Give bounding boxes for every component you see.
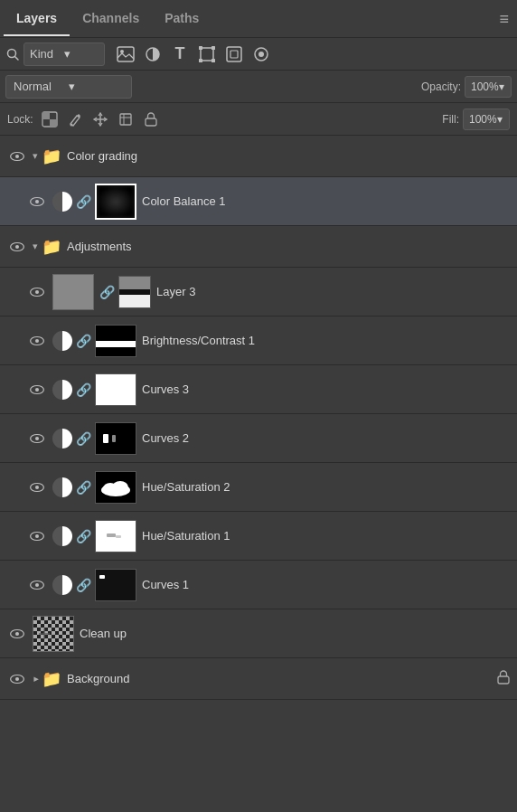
- layer-row-curves-1[interactable]: 🔗 Curves 1: [0, 561, 517, 609]
- svg-point-42: [35, 533, 39, 537]
- svg-rect-10: [227, 47, 241, 61]
- collapse-adjustments[interactable]: ▾: [33, 241, 38, 252]
- collapse-background[interactable]: ▾: [30, 676, 42, 682]
- layer-row-curves-2[interactable]: 🔗 Curves 2: [0, 414, 517, 463]
- svg-line-1: [15, 56, 19, 60]
- eye-icon-curves-3[interactable]: [27, 380, 47, 400]
- svg-rect-51: [498, 676, 509, 684]
- svg-point-25: [35, 199, 39, 203]
- svg-rect-5: [201, 48, 213, 61]
- tab-layers[interactable]: Layers: [4, 2, 70, 36]
- layer-name-hue-sat-1: Hue/Saturation 1: [142, 529, 510, 543]
- lock-pixels-button[interactable]: [64, 109, 86, 130]
- opacity-value: 100%: [471, 80, 499, 93]
- layer-group-background[interactable]: ▾ 📁 Background: [0, 658, 517, 700]
- layer-row-curves-3[interactable]: 🔗 Curves 3: [0, 365, 517, 414]
- fill-chevron: ▾: [497, 113, 503, 126]
- eye-icon-cleanup[interactable]: [7, 624, 27, 644]
- eye-icon-hue-sat-1[interactable]: [27, 526, 47, 546]
- eye-icon-hue-sat-2[interactable]: [27, 477, 47, 497]
- layer-name-background: Background: [67, 672, 497, 685]
- lock-icon-background: [497, 670, 510, 687]
- type-filter-icon[interactable]: T: [167, 42, 193, 67]
- eye-icon-color-grading[interactable]: [7, 146, 27, 166]
- layer-row-brightness-contrast-1[interactable]: 🔗 Brightness/Contrast 1: [0, 316, 517, 365]
- eye-icon-color-balance-1[interactable]: [27, 192, 47, 212]
- svg-rect-9: [212, 59, 215, 62]
- smart-filter-icon[interactable]: [221, 42, 247, 67]
- layer-name-curves-1: Curves 1: [142, 578, 510, 591]
- layer-name-color-balance-1: Color Balance 1: [142, 194, 510, 208]
- adjustment-filter-icon[interactable]: [140, 42, 165, 67]
- kind-label: Kind: [30, 47, 64, 61]
- blend-mode-label: Normal: [14, 80, 69, 93]
- chain-icon-hue-sat-2: 🔗: [76, 480, 91, 495]
- lock-position-button[interactable]: [89, 109, 111, 130]
- svg-rect-21: [146, 118, 156, 126]
- chain-icon-brightness-contrast-1: 🔗: [76, 334, 91, 348]
- svg-point-40: [112, 481, 128, 494]
- eye-icon-adjustments[interactable]: [7, 237, 27, 257]
- tab-channels[interactable]: Channels: [70, 2, 152, 36]
- image-filter-icon[interactable]: [113, 42, 138, 67]
- kind-chevron: ▾: [64, 47, 99, 61]
- svg-rect-15: [42, 112, 50, 119]
- kind-toolbar-row: Kind ▾ T: [0, 38, 517, 71]
- lock-transparent-button[interactable]: [39, 109, 61, 130]
- layer-group-color-grading[interactable]: ▾ 📁 Color grading: [0, 136, 517, 177]
- svg-rect-7: [212, 46, 215, 50]
- fill-label: Fill:: [442, 113, 459, 126]
- eye-icon-background[interactable]: [7, 669, 27, 689]
- layer-row-hue-sat-1[interactable]: 🔗 Hue/Saturation 1: [0, 512, 517, 561]
- mask-brightness-contrast-1: [95, 325, 136, 357]
- folder-icon-color-grading: 📁: [42, 146, 61, 166]
- panel-menu-icon[interactable]: ≡: [499, 9, 508, 28]
- eye-icon-layer-3[interactable]: [27, 282, 47, 302]
- layer-row-color-balance-1[interactable]: 🔗 Color Balance 1: [0, 177, 517, 226]
- opacity-input[interactable]: 100% ▾: [465, 76, 512, 98]
- adj-icon-curves-3: [52, 380, 72, 400]
- svg-point-13: [258, 52, 264, 57]
- chain-icon-curves-2: 🔗: [76, 431, 91, 446]
- lock-row: Lock:: [0, 103, 517, 136]
- fill-input[interactable]: 100% ▾: [463, 109, 510, 130]
- blend-mode-dropdown[interactable]: Normal ▾: [5, 75, 132, 99]
- layers-list: ▾ 📁 Color grading 🔗 Color Balance 1 ▾ 📁 …: [0, 136, 517, 700]
- blend-mode-chevron: ▾: [69, 80, 124, 93]
- pixel-filter-icon[interactable]: [249, 42, 274, 67]
- layer-row-cleanup[interactable]: Clean up: [0, 609, 517, 658]
- mask-hue-sat-2: [95, 471, 136, 504]
- tabs-bar: Layers Channels Paths ≡: [0, 0, 517, 38]
- lock-all-button[interactable]: [140, 109, 162, 130]
- svg-point-17: [70, 123, 72, 126]
- eye-icon-brightness-contrast-1[interactable]: [27, 331, 47, 351]
- tab-paths[interactable]: Paths: [152, 2, 212, 36]
- folder-icon-background: 📁: [42, 669, 61, 689]
- kind-dropdown[interactable]: Kind ▾: [24, 42, 105, 66]
- svg-point-44: [35, 582, 39, 586]
- lock-icons-group: [39, 109, 162, 130]
- eye-icon-curves-1[interactable]: [27, 575, 47, 595]
- layer-group-adjustments[interactable]: ▾ 📁 Adjustments: [0, 226, 517, 268]
- shape-filter-icon[interactable]: [194, 42, 220, 67]
- svg-rect-16: [50, 119, 57, 127]
- eye-icon-curves-2[interactable]: [27, 429, 47, 448]
- folder-icon-adjustments: 📁: [42, 237, 61, 257]
- svg-point-23: [15, 154, 19, 157]
- svg-rect-2: [118, 47, 134, 61]
- mask-layer-3: [118, 276, 151, 308]
- mask-curves-2: [95, 422, 136, 455]
- opacity-group: Opacity: 100% ▾: [421, 76, 512, 98]
- layer-name-color-grading: Color grading: [67, 149, 510, 163]
- svg-rect-11: [230, 51, 238, 58]
- lock-artboard-button[interactable]: [115, 109, 136, 130]
- svg-point-50: [15, 676, 19, 680]
- layer-row-hue-sat-2[interactable]: 🔗 Hue/Saturation 2: [0, 463, 517, 512]
- collapse-color-grading[interactable]: ▾: [33, 150, 38, 162]
- lock-label: Lock:: [7, 113, 33, 126]
- fill-group: Fill: 100% ▾: [442, 109, 510, 130]
- svg-point-46: [15, 631, 19, 635]
- layer-name-hue-sat-2: Hue/Saturation 2: [142, 480, 510, 494]
- layer-row-layer-3[interactable]: 🔗 Layer 3: [0, 268, 517, 316]
- mask-curves-3: [95, 373, 136, 406]
